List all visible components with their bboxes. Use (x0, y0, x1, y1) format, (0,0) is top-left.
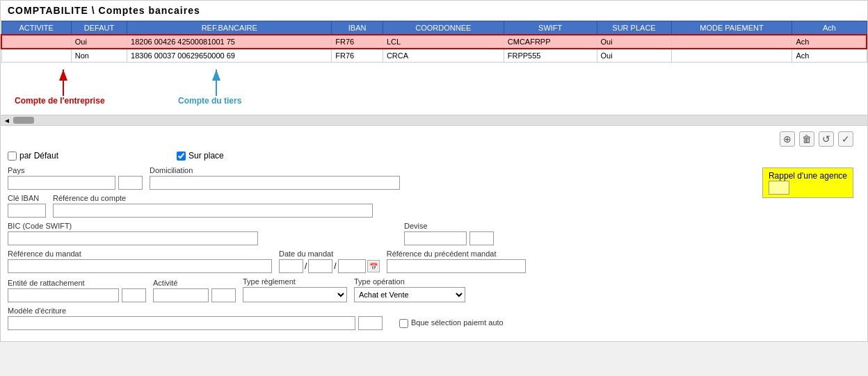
date-mandat-year[interactable] (338, 259, 366, 273)
ref-mandat-input[interactable] (8, 259, 272, 273)
modele-ecriture-input[interactable] (8, 316, 355, 330)
ref-prec-mandat-input[interactable] (387, 259, 526, 273)
bic-devise-row: BIC (Code SWIFT) Devise (8, 222, 860, 245)
page-title: COMPTABILITE \ Comptes bancaires (8, 5, 200, 16)
pays-domiciliation-row: Pays Domiciliation (8, 166, 860, 190)
sur-place-checkbox-group: Sur place (177, 151, 224, 161)
col-header-swift: SWIFT (504, 22, 597, 35)
entite-code-input[interactable] (122, 288, 146, 302)
devise-code-input[interactable] (469, 231, 494, 245)
horizontal-scrollbar[interactable]: ◄ (1, 115, 867, 126)
annotation-red: Compte de l'entreprise (15, 96, 105, 106)
arrows-svg (1, 63, 348, 115)
cle-iban-field: Clé IBAN (8, 194, 46, 218)
cell-activite-1 (1, 35, 71, 49)
date-mandat-month[interactable] (308, 259, 332, 273)
bic-field: BIC (Code SWIFT) (8, 222, 258, 245)
iban-ref-row: Clé IBAN Référence du compte (8, 194, 860, 218)
rappel-label: Rappel d'une agence (762, 167, 853, 198)
col-header-activite: ACTIVITE (1, 22, 71, 35)
refresh-button[interactable]: ↺ (819, 131, 834, 147)
modele-ecriture-field: Modèle d'écriture Bque sélection paiemt … (8, 306, 504, 330)
modele-ecriture-label: Modèle d'écriture (8, 306, 504, 315)
cell-ref-2: 18306 00037 00629650000 69 (127, 49, 332, 63)
date-sep-1: / (305, 259, 307, 273)
app-container: COMPTABILITE \ Comptes bancaires ACTIVIT… (0, 0, 868, 342)
cle-iban-input[interactable] (8, 204, 46, 218)
activite-label: Activité (153, 279, 236, 287)
rappel-agence-box: Rappel d'une agence (762, 167, 853, 198)
entite-row: Entité de rattachement Activité Type règ… (8, 277, 860, 302)
scroll-left-icon[interactable]: ◄ (3, 117, 10, 124)
date-mandat-day[interactable] (279, 259, 303, 273)
annotation-blue: Compte du tiers (178, 96, 241, 106)
cell-ach-2: Ach (792, 49, 867, 63)
ref-mandat-field: Référence du mandat (8, 250, 272, 273)
bque-selection-label: Bque sélection paiemt auto (411, 318, 504, 327)
table-row[interactable]: Oui 18206 00426 42500081001 75 FR76 LCL … (1, 35, 867, 49)
confirm-button[interactable]: ✓ (838, 131, 853, 147)
col-header-ach: Ach (792, 22, 867, 35)
col-header-coord: COORDONNEE (383, 22, 504, 35)
table-row[interactable]: Non 18306 00037 00629650000 69 FR76 CRCA… (1, 49, 867, 63)
devise-input[interactable] (404, 231, 467, 245)
type-operation-select[interactable]: Achat et Vente Achat Vente (354, 287, 465, 302)
entite-field: Entité de rattachement (8, 279, 146, 302)
domiciliation-label: Domiciliation (150, 166, 400, 174)
calendar-button[interactable]: 📅 (367, 260, 380, 272)
domiciliation-input[interactable] (150, 176, 400, 190)
title-bar: COMPTABILITE \ Comptes bancaires (1, 1, 867, 21)
cell-defaut-2: Non (71, 49, 127, 63)
date-sep-2: / (334, 259, 336, 273)
add-button[interactable]: ⊕ (780, 131, 795, 147)
modele-code-input[interactable] (358, 316, 383, 330)
cell-mode-2 (671, 49, 792, 63)
domiciliation-field: Domiciliation (150, 166, 400, 190)
activite-input[interactable] (153, 288, 209, 302)
activite-code-input[interactable] (211, 288, 236, 302)
entite-label: Entité de rattachement (8, 279, 146, 287)
type-reglement-label: Type règlement (243, 277, 347, 286)
sur-place-checkbox[interactable] (177, 152, 186, 161)
modele-row: Modèle d'écriture Bque sélection paiemt … (8, 306, 860, 330)
devise-field: Devise (404, 222, 494, 245)
col-header-mode: MODE PAIEMENT (671, 22, 792, 35)
form-section: ⊕ 🗑 ↺ ✓ par Défaut Sur place Rappel d'un… (1, 126, 867, 341)
type-reglement-select[interactable] (243, 287, 347, 302)
delete-button[interactable]: 🗑 (799, 131, 814, 147)
ref-compte-input[interactable] (53, 204, 373, 218)
cell-mode-1 (671, 35, 792, 49)
pays-code-input[interactable] (118, 176, 143, 190)
bque-selection-checkbox[interactable] (399, 319, 408, 328)
ref-prec-mandat-label: Référence du précédent mandat (387, 250, 526, 258)
cell-ref-1: 18206 00426 42500081001 75 (127, 35, 332, 49)
cell-ach-1: Ach (792, 35, 867, 49)
cell-activite-2 (1, 49, 71, 63)
bic-input[interactable] (8, 231, 258, 245)
mandat-row: Référence du mandat Date du mandat / / 📅… (8, 250, 860, 273)
col-header-iban: IBAN (332, 22, 383, 35)
cle-iban-label: Clé IBAN (8, 194, 46, 202)
pays-input[interactable] (8, 176, 115, 190)
col-header-defaut: DEFAUT (71, 22, 127, 35)
rappel-input[interactable] (769, 181, 789, 195)
form-toolbar: ⊕ 🗑 ↺ ✓ (8, 131, 860, 147)
cell-coord-1: LCL (383, 35, 504, 49)
date-mandat-label: Date du mandat (279, 250, 380, 258)
par-defaut-checkbox-group: par Défaut (8, 151, 58, 161)
cell-iban-1: FR76 (332, 35, 383, 49)
data-table: ACTIVITE DEFAUT REF.BANCAIRE IBAN COORDO… (1, 21, 867, 63)
scrollbar-thumb[interactable] (13, 117, 34, 124)
cell-surplace-2: Oui (597, 49, 671, 63)
cell-iban-2: FR76 (332, 49, 383, 63)
par-defaut-checkbox[interactable] (8, 152, 17, 161)
ref-compte-field: Référence du compte (53, 194, 373, 218)
par-defaut-label: par Défaut (19, 151, 58, 161)
devise-label: Devise (404, 222, 494, 230)
type-operation-field: Type opération Achat et Vente Achat Vent… (354, 277, 465, 302)
pays-field: Pays (8, 166, 143, 190)
entite-input[interactable] (8, 288, 119, 302)
type-operation-label: Type opération (354, 277, 465, 286)
cell-swift-1: CMCAFRPP (504, 35, 597, 49)
cell-coord-2: CRCA (383, 49, 504, 63)
